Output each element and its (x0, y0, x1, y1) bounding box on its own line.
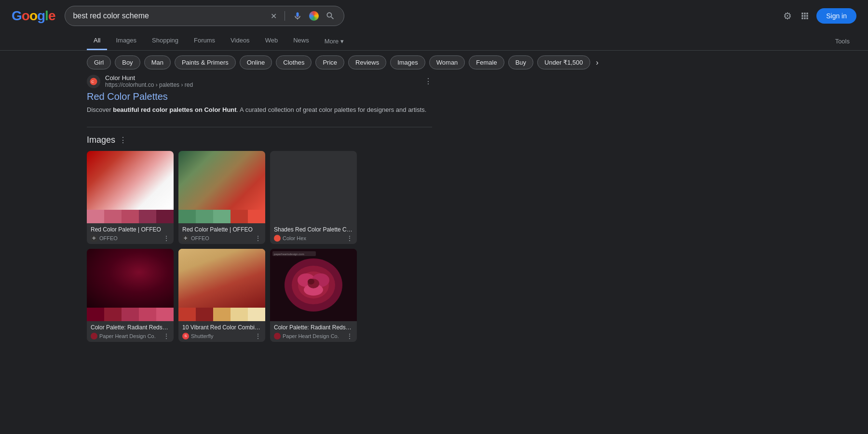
chip-female[interactable]: Female (469, 55, 504, 69)
image-title-6: Color Palette: Radiant Reds — ... (274, 324, 353, 331)
chip-paints[interactable]: Paints & Primers (175, 55, 236, 69)
image-caption-2: Red Color Palette | OFFEO ✛ OFFEO ⋮ (178, 223, 265, 244)
image-caption-5: 10 Vibrant Red Color Combina... S Shutte… (178, 321, 265, 342)
images-section: Images ⋮ Red Color Pal (87, 135, 432, 342)
image-title-3: Shades Red Color Palette Color Hex (274, 226, 353, 233)
image-source-info-5: S Shutterfly (182, 333, 213, 339)
section-divider (87, 127, 432, 127)
image-thumb-3 (270, 151, 357, 223)
rose-svg: paperheartsdesign.com (270, 249, 357, 321)
chip-woman[interactable]: Woman (429, 55, 465, 69)
image-card-1[interactable]: Red Color Palette | OFFEO ✛ OFFEO ⋮ (87, 151, 174, 244)
image-source-row-6: Paper Heart Design Co. ⋮ (274, 332, 353, 340)
image-menu-4[interactable]: ⋮ (163, 332, 170, 340)
swatch (156, 210, 174, 223)
image-title-2: Red Color Palette | OFFEO (182, 226, 261, 233)
result-menu-icon[interactable]: ⋮ (424, 77, 432, 86)
tab-images[interactable]: Images (109, 32, 143, 50)
chip-price[interactable]: Price (315, 55, 344, 69)
image-thumb-5 (178, 249, 265, 321)
images-grid: Red Color Palette | OFFEO ✛ OFFEO ⋮ (87, 151, 432, 342)
result-site-name: Color Hunt (105, 74, 193, 81)
img1-swatches (87, 210, 174, 223)
result-site-info: Color Hunt https://colorhunt.co › palett… (105, 74, 193, 88)
img5-swatches (178, 308, 265, 321)
shutterfly-favicon: S (182, 333, 189, 339)
search-input[interactable] (73, 12, 264, 20)
chip-images[interactable]: Images (390, 55, 425, 69)
tab-videos[interactable]: Videos (224, 32, 257, 50)
apps-icon[interactable] (799, 10, 811, 22)
paper-heart-favicon-1 (91, 333, 97, 339)
tools-tab[interactable]: Tools (828, 33, 856, 50)
mic-icon[interactable] (292, 10, 303, 22)
images-header: Images ⋮ (87, 135, 432, 145)
swatch (104, 308, 122, 321)
image-source-info-2: ✛ OFFEO (182, 235, 209, 242)
image-card-6[interactable]: paperheartsdesign.com Color Palette: Rad… (270, 249, 357, 342)
tab-all[interactable]: All (87, 32, 107, 50)
chip-buy[interactable]: Buy (508, 55, 533, 69)
result-snippet: Discover beautiful red color palettes on… (87, 105, 432, 115)
image-title-4: Color Palette: Radiant Reds — ... (91, 324, 170, 331)
sign-in-button[interactable]: Sign in (816, 8, 856, 24)
img5-top (178, 249, 265, 308)
tab-web[interactable]: Web (258, 32, 285, 50)
img4-swatches (87, 308, 174, 321)
image-title-5: 10 Vibrant Red Color Combina... (182, 324, 261, 331)
images-heading: Images (87, 135, 115, 145)
lens-icon[interactable] (308, 10, 320, 22)
image-menu-1[interactable]: ⋮ (163, 234, 170, 242)
chip-man[interactable]: Man (144, 55, 171, 69)
filter-chips: Girl Boy Man Paints & Primers Online Clo… (0, 51, 868, 74)
image-menu-3[interactable]: ⋮ (346, 234, 353, 242)
tab-more[interactable]: More ▾ (318, 33, 351, 50)
image-source-row-3: Color Hex ⋮ (274, 234, 353, 242)
svg-point-10 (308, 279, 314, 285)
chip-clothes[interactable]: Clothes (276, 55, 312, 69)
image-card-3[interactable]: Shades Red Color Palette Color Hex Color… (270, 151, 357, 244)
img1-top (87, 151, 174, 210)
img4-top (87, 249, 174, 308)
chip-reviews[interactable]: Reviews (348, 55, 386, 69)
swatch (196, 308, 213, 321)
tab-news[interactable]: News (286, 32, 316, 50)
search-result: C Color Hunt https://colorhunt.co › pale… (87, 74, 432, 115)
swatch (139, 210, 156, 223)
image-source-info-4: Paper Heart Design Co. (91, 333, 156, 339)
settings-icon[interactable]: ⚙ (782, 10, 793, 22)
swatch (248, 210, 265, 223)
snippet-end: . A curated collection of great color pa… (237, 106, 427, 113)
more-label: More (325, 38, 339, 45)
search-button[interactable] (325, 10, 336, 22)
image-card-4[interactable]: Color Palette: Radiant Reds — ... Paper … (87, 249, 174, 342)
image-caption-1: Red Color Palette | OFFEO ✛ OFFEO ⋮ (87, 223, 174, 244)
image-source-name-1: OFFEO (99, 235, 118, 241)
tab-shopping[interactable]: Shopping (145, 32, 185, 50)
chip-girl[interactable]: Girl (87, 55, 111, 69)
image-menu-6[interactable]: ⋮ (346, 332, 353, 340)
clear-icon[interactable]: ✕ (269, 12, 278, 20)
image-thumb-6: paperheartsdesign.com (270, 249, 357, 321)
header-right: ⚙ Sign in (782, 8, 856, 24)
chip-boy[interactable]: Boy (115, 55, 140, 69)
image-thumb-1 (87, 151, 174, 223)
swatch (178, 308, 196, 321)
images-menu-icon[interactable]: ⋮ (119, 136, 127, 145)
image-card-5[interactable]: 10 Vibrant Red Color Combina... S Shutte… (178, 249, 265, 342)
tab-forums[interactable]: Forums (187, 32, 222, 50)
image-source-name-3: Color Hex (283, 235, 306, 241)
swatch (87, 308, 104, 321)
image-menu-2[interactable]: ⋮ (255, 234, 261, 242)
chip-online[interactable]: Online (240, 55, 272, 69)
image-card-2[interactable]: Red Color Palette | OFFEO ✛ OFFEO ⋮ (178, 151, 265, 244)
swatch (122, 308, 139, 321)
swatch (231, 308, 248, 321)
swatch (104, 210, 122, 223)
snippet-plain: Discover (87, 106, 113, 113)
chip-under[interactable]: Under ₹1,500 (537, 55, 590, 69)
result-title[interactable]: Red Color Palettes (87, 91, 432, 102)
image-menu-5[interactable]: ⋮ (255, 332, 261, 340)
image-source-info-1: ✛ OFFEO (91, 235, 118, 242)
chips-next-arrow[interactable]: › (594, 56, 600, 69)
